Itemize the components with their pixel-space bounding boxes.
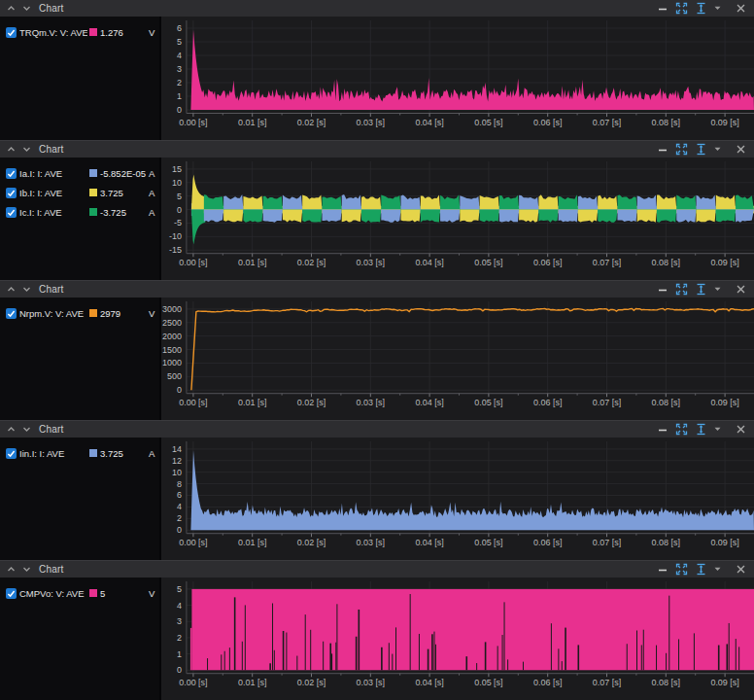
chevron-down-icon[interactable] <box>20 423 33 436</box>
auto-scale-button[interactable] <box>693 143 709 157</box>
svg-text:0.02 [s]: 0.02 [s] <box>297 678 326 687</box>
chevron-down-icon <box>714 147 721 152</box>
svg-text:4: 4 <box>177 601 182 611</box>
minimize-icon <box>658 145 668 155</box>
minimize-button[interactable] <box>654 563 670 577</box>
close-button[interactable] <box>733 423 749 437</box>
chart-panel: Chart <box>0 0 754 140</box>
check-icon <box>7 449 16 458</box>
chart-area[interactable]: 0.00 [s]0.01 [s]0.02 [s]0.03 [s]0.04 [s]… <box>161 298 754 420</box>
chart-area[interactable]: 0.00 [s]0.01 [s]0.02 [s]0.03 [s]0.04 [s]… <box>161 578 754 700</box>
svg-text:0.04 [s]: 0.04 [s] <box>415 398 443 407</box>
panel-header: Chart <box>0 421 754 438</box>
auto-scale-dropdown[interactable] <box>712 143 722 157</box>
auto-scale-dropdown[interactable] <box>712 2 722 16</box>
x-axis: 0.00 [s]0.01 [s]0.02 [s]0.03 [s]0.04 [s]… <box>179 20 754 127</box>
chevron-up-icon[interactable] <box>5 283 17 296</box>
panel-body: TRQm.V: V: AVE 1.276 V 0.00 [s]0.01 [s]0… <box>0 17 754 140</box>
chevron-up-icon[interactable] <box>5 563 17 576</box>
chevron-down-icon[interactable] <box>20 563 33 576</box>
minimize-button[interactable] <box>654 283 670 297</box>
signal-checkbox[interactable] <box>6 188 17 198</box>
signal-checkbox[interactable] <box>6 588 17 599</box>
signal-value: 1.276 <box>100 27 147 38</box>
minimize-button[interactable] <box>654 423 670 437</box>
svg-text:0.07 [s]: 0.07 [s] <box>593 118 621 127</box>
svg-text:3: 3 <box>177 616 182 626</box>
signal-legend: CMPVo: V: AVE 5 V <box>0 578 159 700</box>
panel-body: CMPVo: V: AVE 5 V 0.00 [s]0.01 [s]0.02 [… <box>0 578 754 700</box>
close-icon <box>737 145 745 154</box>
check-icon <box>7 208 16 217</box>
svg-text:0.05 [s]: 0.05 [s] <box>474 258 502 267</box>
svg-text:0.06 [s]: 0.06 [s] <box>533 258 562 267</box>
close-button[interactable] <box>733 143 749 157</box>
minimize-button[interactable] <box>654 2 670 16</box>
signal-value: -5.852E-05 <box>100 168 147 179</box>
panel-body: Iin.I: I: AVE 3.725 A 0.00 [s]0.01 [s]0.… <box>0 438 754 560</box>
minimize-button[interactable] <box>654 143 670 157</box>
chevron-up-icon[interactable] <box>5 143 17 156</box>
signal-color-swatch <box>89 309 97 317</box>
signal-unit: V <box>149 27 158 38</box>
signal-name: TRQm.V: V: AVE <box>19 27 87 38</box>
svg-text:0.00 [s]: 0.00 [s] <box>179 398 207 407</box>
svg-text:0.02 [s]: 0.02 [s] <box>297 538 326 547</box>
close-button[interactable] <box>733 2 749 16</box>
check-icon <box>7 589 16 598</box>
auto-scale-dropdown[interactable] <box>712 283 722 297</box>
svg-text:0.00 [s]: 0.00 [s] <box>179 538 207 547</box>
chart-plot[interactable]: 0.00 [s]0.01 [s]0.02 [s]0.03 [s]0.04 [s]… <box>161 17 754 140</box>
fit-to-view-button[interactable] <box>673 143 690 157</box>
signal-color-swatch <box>89 189 97 196</box>
auto-scale-button[interactable] <box>693 2 709 16</box>
signal-checkbox[interactable] <box>6 27 17 38</box>
chart-area[interactable]: 0.00 [s]0.01 [s]0.02 [s]0.03 [s]0.04 [s]… <box>161 158 754 280</box>
fit-to-view-button[interactable] <box>673 423 690 437</box>
chart-plot[interactable]: 0.00 [s]0.01 [s]0.02 [s]0.03 [s]0.04 [s]… <box>161 438 754 560</box>
close-button[interactable] <box>733 283 749 297</box>
close-icon <box>737 425 745 434</box>
chart-plot[interactable]: 0.00 [s]0.01 [s]0.02 [s]0.03 [s]0.04 [s]… <box>161 298 754 420</box>
svg-text:10: 10 <box>172 178 182 188</box>
svg-text:0: 0 <box>177 665 182 675</box>
chevron-down-icon[interactable] <box>20 2 33 15</box>
svg-text:0.01 [s]: 0.01 [s] <box>238 398 266 407</box>
fit-to-view-icon <box>675 423 688 436</box>
signal-checkbox[interactable] <box>6 168 17 179</box>
chart-panel: Chart <box>0 140 754 280</box>
chart-plot[interactable]: 0.00 [s]0.01 [s]0.02 [s]0.03 [s]0.04 [s]… <box>161 158 754 280</box>
signal-checkbox[interactable] <box>6 207 17 218</box>
fit-to-view-button[interactable] <box>673 2 690 16</box>
chevron-down-icon[interactable] <box>20 143 33 156</box>
chevron-down-icon[interactable] <box>20 283 33 296</box>
auto-scale-icon <box>695 2 707 15</box>
x-axis: 0.00 [s]0.01 [s]0.02 [s]0.03 [s]0.04 [s]… <box>179 441 754 547</box>
auto-scale-dropdown[interactable] <box>712 563 722 577</box>
fit-to-view-button[interactable] <box>673 283 690 297</box>
auto-scale-button[interactable] <box>693 283 709 297</box>
chevron-up-icon[interactable] <box>5 423 17 436</box>
svg-text:-15: -15 <box>169 245 182 255</box>
auto-scale-button[interactable] <box>693 563 709 577</box>
x-axis: 0.00 [s]0.01 [s]0.02 [s]0.03 [s]0.04 [s]… <box>179 301 754 407</box>
chevron-down-icon <box>714 6 721 11</box>
close-button[interactable] <box>733 563 749 577</box>
svg-text:3000: 3000 <box>162 304 182 314</box>
svg-text:2: 2 <box>177 513 182 523</box>
chart-area[interactable]: 0.00 [s]0.01 [s]0.02 [s]0.03 [s]0.04 [s]… <box>161 17 754 140</box>
auto-scale-dropdown[interactable] <box>712 423 722 437</box>
svg-text:2: 2 <box>177 78 182 88</box>
panel-title: Chart <box>39 284 63 295</box>
auto-scale-icon <box>695 143 707 156</box>
chart-area[interactable]: 0.00 [s]0.01 [s]0.02 [s]0.03 [s]0.04 [s]… <box>161 438 754 560</box>
fit-to-view-button[interactable] <box>673 563 690 577</box>
panel-body: Nrpm.V: V: AVE 2979 V 0.00 [s]0.01 [s]0.… <box>0 298 754 420</box>
signal-checkbox[interactable] <box>6 448 17 459</box>
chart-plot[interactable]: 0.00 [s]0.01 [s]0.02 [s]0.03 [s]0.04 [s]… <box>161 578 754 700</box>
auto-scale-button[interactable] <box>693 423 709 437</box>
chevron-up-icon[interactable] <box>5 2 17 15</box>
signal-checkbox[interactable] <box>6 308 17 319</box>
signal-legend: TRQm.V: V: AVE 1.276 V <box>0 17 159 140</box>
signal-value: -3.725 <box>100 207 147 218</box>
